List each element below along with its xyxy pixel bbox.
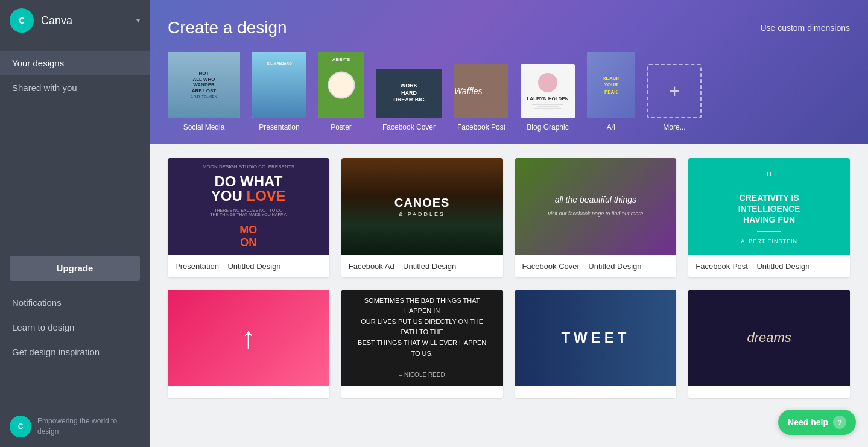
need-help-label: Need help — [788, 417, 828, 427]
create-design-section: Create a design Use custom dimensions NO… — [150, 0, 868, 144]
sidebar-item-notifications[interactable]: Notifications — [0, 290, 150, 315]
design-info-pink — [168, 386, 329, 398]
facebook-cover-thumbnail: WORK HARDDREAM BIG — [376, 69, 442, 118]
design-card-dreams[interactable]: dreams — [688, 290, 850, 398]
footer-canva-logo: C — [10, 416, 31, 437]
canva-logo: C — [10, 8, 34, 33]
blog-graphic-thumbnail: LAURYN HOLDEN — [521, 64, 575, 118]
page-title: Create a design — [168, 18, 287, 37]
template-row: NOTALL WHOWANDERARE LOSTJ.R.R. TOLKIEN S… — [168, 52, 850, 132]
upgrade-button[interactable]: Upgrade — [10, 256, 140, 281]
designs-section: MOON DESIGN STUDIO CO. PRESENTS DO WHATY… — [150, 144, 868, 447]
plus-icon: + — [669, 80, 680, 103]
sidebar-header[interactable]: C Canva ▾ — [0, 0, 150, 41]
sidebar-nav: Your designs Shared with you Upgrade Not… — [0, 41, 150, 406]
template-more[interactable]: + More... — [647, 64, 702, 132]
design-card-presentation[interactable]: MOON DESIGN STUDIO CO. PRESENTS DO WHATY… — [168, 158, 329, 277]
design-card-fb-ad[interactable]: CANOES & PADDLES Facebook Ad – Untitled … — [341, 158, 503, 277]
design-preview-pink: ↑ — [168, 290, 329, 386]
design-info-dreams — [688, 386, 850, 398]
template-social-media[interactable]: NOTALL WHOWANDERARE LOSTJ.R.R. TOLKIEN S… — [168, 52, 240, 132]
design-card-pink[interactable]: ↑ — [168, 290, 329, 398]
sidebar-item-shared-with-you[interactable]: Shared with you — [0, 75, 150, 100]
presentation-thumbnail: KILIMANJARO — [252, 52, 306, 118]
design-preview-dark-quote: SOMETIMES THE BAD THINGS THAT HAPPEN INO… — [341, 290, 503, 386]
design-info-fb-ad: Facebook Ad – Untitled Design — [341, 255, 503, 277]
design-name-fb-cover: Facebook Cover – Untitled Design — [522, 262, 642, 271]
facebook-post-thumbnail: Waffles — [454, 64, 508, 118]
template-facebook-post[interactable]: Waffles Facebook Post — [454, 64, 508, 132]
social-media-label: Social Media — [183, 123, 225, 132]
design-preview-tweet: TWEET — [515, 290, 677, 386]
brand-name: Canva — [41, 14, 136, 27]
design-name-fb-post: Facebook Post – Untitled Design — [695, 262, 809, 271]
design-card-fb-post[interactable]: " CREATIVITY ISINTELLIGENCEHAVING FUN AL… — [688, 158, 850, 277]
template-a4[interactable]: REACHYOURPEAK A4 — [587, 52, 635, 132]
poster-label: Poster — [331, 123, 352, 132]
template-facebook-cover[interactable]: WORK HARDDREAM BIG Facebook Cover — [376, 69, 442, 132]
design-name-presentation: Presentation – Untitled Design — [175, 262, 281, 271]
template-blog-graphic[interactable]: LAURYN HOLDEN Blog Graphic — [521, 64, 575, 132]
template-presentation[interactable]: KILIMANJARO Presentation — [252, 52, 306, 132]
design-preview-fb-ad: CANOES & PADDLES — [341, 158, 503, 255]
design-preview-presentation: MOON DESIGN STUDIO CO. PRESENTS DO WHATY… — [168, 158, 329, 255]
need-help-button[interactable]: Need help ? — [778, 410, 856, 435]
footer-tagline: Empowering the world to design — [37, 416, 140, 437]
a4-label: A4 — [607, 123, 616, 132]
design-preview-dreams: dreams — [688, 290, 850, 386]
design-card-dark-quote[interactable]: SOMETIMES THE BAD THINGS THAT HAPPEN INO… — [341, 290, 503, 398]
design-preview-fb-post: " CREATIVITY ISINTELLIGENCEHAVING FUN AL… — [688, 158, 850, 255]
design-card-tweet[interactable]: TWEET — [515, 290, 677, 398]
more-thumbnail: + — [647, 64, 702, 118]
design-name-fb-ad: Facebook Ad – Untitled Design — [349, 262, 457, 271]
sidebar-footer: C Empowering the world to design — [0, 406, 150, 447]
facebook-post-label: Facebook Post — [457, 123, 505, 132]
help-icon: ? — [833, 416, 846, 429]
facebook-cover-label: Facebook Cover — [382, 123, 436, 132]
designs-grid: MOON DESIGN STUDIO CO. PRESENTS DO WHATY… — [168, 158, 850, 398]
a4-thumbnail: REACHYOURPEAK — [587, 52, 635, 118]
poster-thumbnail: ABEY'S — [318, 52, 364, 118]
design-info-dark-quote — [341, 386, 503, 398]
design-info-presentation: Presentation – Untitled Design — [168, 255, 329, 277]
design-info-tweet — [515, 386, 677, 398]
custom-dimensions-link[interactable]: Use custom dimensions — [760, 23, 850, 33]
presentation-label: Presentation — [259, 123, 299, 132]
sidebar: C Canva ▾ Your designs Shared with you U… — [0, 0, 150, 447]
main-content: Create a design Use custom dimensions NO… — [150, 0, 868, 447]
social-media-thumbnail: NOTALL WHOWANDERARE LOSTJ.R.R. TOLKIEN — [168, 52, 240, 118]
design-info-fb-post: Facebook Post – Untitled Design — [688, 255, 850, 277]
design-preview-fb-cover: all the beautiful thingsvisit our facebo… — [515, 158, 677, 255]
design-card-fb-cover[interactable]: all the beautiful thingsvisit our facebo… — [515, 158, 677, 277]
design-info-fb-cover: Facebook Cover – Untitled Design — [515, 255, 677, 277]
sidebar-item-get-inspiration[interactable]: Get design inspiration — [0, 340, 150, 364]
sidebar-item-learn-to-design[interactable]: Learn to design — [0, 315, 150, 340]
top-header: Create a design Use custom dimensions — [168, 18, 850, 37]
template-poster[interactable]: ABEY'S Poster — [318, 52, 364, 132]
sidebar-item-your-designs[interactable]: Your designs — [0, 51, 150, 75]
more-label: More... — [663, 123, 685, 132]
dropdown-icon[interactable]: ▾ — [136, 16, 140, 25]
blog-graphic-label: Blog Graphic — [527, 123, 568, 132]
